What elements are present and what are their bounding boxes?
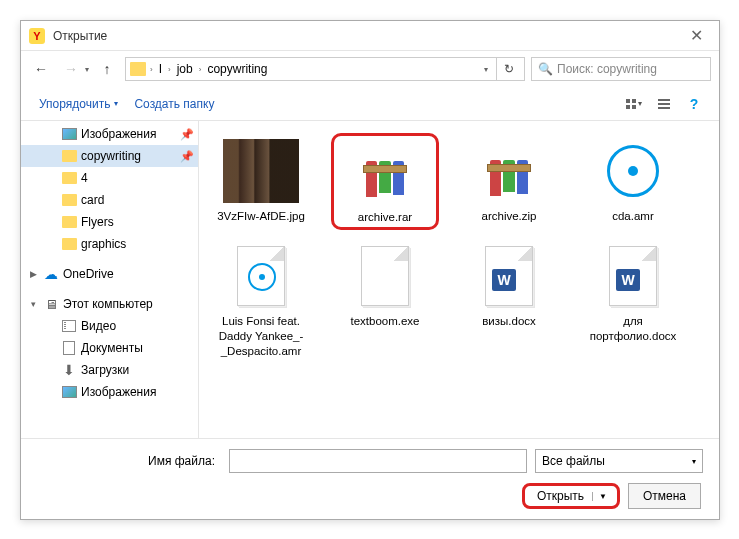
file-name: cda.amr (612, 209, 654, 224)
navigation-bar: ← → ▾ ↑ › I › job › copywriting ▾ ↻ 🔍 По… (21, 51, 719, 87)
search-input[interactable]: 🔍 Поиск: copywriting (531, 57, 711, 81)
view-details[interactable] (651, 92, 677, 116)
file-item[interactable]: визы.docx (455, 238, 563, 363)
history-dropdown[interactable]: ▾ (85, 65, 89, 74)
cancel-button[interactable]: Отмена (628, 483, 701, 509)
file-item[interactable]: cda.amr (579, 133, 687, 230)
titlebar: Y Открытие ✕ (21, 21, 719, 51)
file-name: 3VzFIw-AfDE.jpg (217, 209, 305, 224)
crumb-0[interactable]: I (157, 62, 164, 76)
toolbar: Упорядочить▾ Создать папку ▾ ? (21, 87, 719, 121)
window-title: Открытие (53, 29, 681, 43)
file-item[interactable]: 3VzFIw-AfDE.jpg (207, 133, 315, 230)
sidebar-item-OneDrive[interactable]: ▶☁OneDrive (21, 263, 198, 285)
organize-button[interactable]: Упорядочить▾ (33, 93, 124, 115)
sidebar-item-card[interactable]: card (21, 189, 198, 211)
sidebar-item-4[interactable]: 4 (21, 167, 198, 189)
sidebar-item-copywriting[interactable]: copywriting📌 (21, 145, 198, 167)
up-button[interactable]: ↑ (95, 57, 119, 81)
folder-icon (130, 62, 146, 76)
back-button[interactable]: ← (29, 57, 53, 81)
sidebar-item-Изображения[interactable]: Изображения (21, 381, 198, 403)
file-name: Luis Fonsi feat. Daddy Yankee_-_Despacit… (211, 314, 311, 359)
view-large-icons[interactable]: ▾ (621, 92, 647, 116)
close-button[interactable]: ✕ (681, 21, 711, 51)
crumb-2[interactable]: copywriting (205, 62, 269, 76)
new-folder-button[interactable]: Создать папку (128, 93, 220, 115)
sidebar-item-Загрузки[interactable]: ⬇Загрузки (21, 359, 198, 381)
help-button[interactable]: ? (681, 92, 707, 116)
open-split-arrow[interactable]: ▼ (592, 492, 613, 501)
path-dropdown[interactable]: ▾ (480, 65, 492, 74)
file-item[interactable]: для портфолио.docx (579, 238, 687, 363)
open-button[interactable]: Открыть ▼ (522, 483, 620, 509)
breadcrumb[interactable]: › I › job › copywriting ▾ ↻ (125, 57, 525, 81)
sidebar-item-Видео[interactable]: Видео (21, 315, 198, 337)
file-name: визы.docx (482, 314, 536, 329)
file-item[interactable]: archive.zip (455, 133, 563, 230)
sidebar-item-graphics[interactable]: graphics (21, 233, 198, 255)
sidebar: Изображения📌copywriting📌4cardFlyersgraph… (21, 121, 199, 438)
file-item[interactable]: Luis Fonsi feat. Daddy Yankee_-_Despacit… (207, 238, 315, 363)
sidebar-item-Документы[interactable]: Документы (21, 337, 198, 359)
file-list[interactable]: 3VzFIw-AfDE.jpgarchive.rararchive.zipcda… (199, 121, 719, 438)
search-icon: 🔍 (538, 62, 553, 76)
forward-button[interactable]: → (59, 57, 83, 81)
open-file-dialog: Y Открытие ✕ ← → ▾ ↑ › I › job › copywri… (20, 20, 720, 520)
file-type-filter[interactable]: Все файлы▾ (535, 449, 703, 473)
sidebar-item-Изображения[interactable]: Изображения📌 (21, 123, 198, 145)
refresh-button[interactable]: ↻ (496, 58, 520, 80)
file-item[interactable]: textboom.exe (331, 238, 439, 363)
file-name: archive.zip (482, 209, 537, 224)
yandex-icon: Y (29, 28, 45, 44)
sidebar-item-Этот компьютер[interactable]: ▾🖥Этот компьютер (21, 293, 198, 315)
filename-input[interactable] (229, 449, 527, 473)
file-name: для портфолио.docx (583, 314, 683, 344)
file-item[interactable]: archive.rar (331, 133, 439, 230)
file-name: archive.rar (358, 210, 412, 225)
footer: Имя файла: Все файлы▾ Открыть ▼ Отмена (21, 438, 719, 519)
sidebar-item-Flyers[interactable]: Flyers (21, 211, 198, 233)
file-name: textboom.exe (350, 314, 419, 329)
crumb-1[interactable]: job (175, 62, 195, 76)
filename-label: Имя файла: (37, 454, 221, 468)
